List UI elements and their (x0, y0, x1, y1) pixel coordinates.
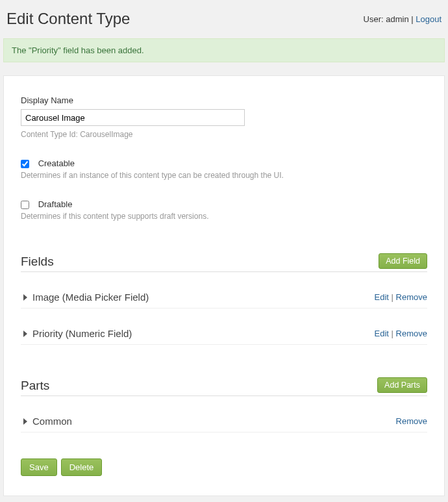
part-toggle[interactable]: Common (21, 416, 72, 427)
chevron-right-icon (23, 331, 27, 337)
footer-actions: Save Delete (21, 458, 427, 476)
fields-title: Fields (21, 255, 54, 269)
add-parts-button[interactable]: Add Parts (377, 377, 427, 393)
field-label: Image (Media Picker Field) (32, 292, 149, 303)
field-remove-link[interactable]: Remove (396, 329, 427, 338)
user-sep: | (409, 14, 416, 24)
action-sep: | (389, 292, 396, 302)
display-name-label: Display Name (21, 95, 427, 105)
chevron-right-icon (23, 294, 27, 301)
draftable-hint: Determines if this content type supports… (21, 212, 427, 221)
field-row: Image (Media Picker Field) Edit | Remove (21, 284, 427, 308)
creatable-row: Creatable Determines if an instance of t… (21, 158, 427, 180)
field-toggle[interactable]: Priority (Numeric Field) (21, 328, 132, 339)
parts-section: Parts Add Parts Common Remove (21, 377, 427, 433)
success-notice: The "Priority" field has been added. (3, 38, 445, 62)
chevron-right-icon (23, 418, 27, 425)
add-field-button[interactable]: Add Field (379, 253, 427, 269)
parts-title: Parts (21, 379, 49, 393)
user-name: admin (386, 14, 408, 24)
field-toggle[interactable]: Image (Media Picker Field) (21, 292, 149, 303)
creatable-hint: Determines if an instance of this conten… (21, 171, 427, 180)
delete-button[interactable]: Delete (61, 458, 103, 476)
field-edit-link[interactable]: Edit (375, 292, 389, 302)
creatable-label: Creatable (38, 158, 75, 168)
logout-link[interactable]: Logout (416, 14, 442, 24)
fields-section: Fields Add Field Image (Media Picker Fie… (21, 253, 427, 345)
part-label: Common (32, 416, 72, 427)
part-remove-link[interactable]: Remove (396, 416, 427, 426)
field-remove-link[interactable]: Remove (396, 292, 427, 302)
part-row: Common Remove (21, 408, 427, 433)
creatable-checkbox[interactable] (21, 160, 29, 168)
content-type-id-hint: Content Type Id: CarouselImage (21, 130, 427, 139)
user-prefix: User: (364, 14, 386, 24)
content-card: Display Name Content Type Id: CarouselIm… (3, 75, 445, 496)
save-button[interactable]: Save (21, 458, 57, 476)
page-title: Edit Content Type (6, 10, 130, 28)
action-sep: | (389, 329, 396, 338)
user-area: User: admin | Logout (364, 14, 442, 24)
draftable-checkbox[interactable] (21, 201, 29, 209)
field-edit-link[interactable]: Edit (375, 329, 389, 338)
display-name-input[interactable] (21, 109, 245, 126)
draftable-label: Draftable (38, 199, 73, 209)
draftable-row: Draftable Determines if this content typ… (21, 199, 427, 221)
field-row: Priority (Numeric Field) Edit | Remove (21, 320, 427, 345)
field-label: Priority (Numeric Field) (32, 328, 132, 339)
page-header: Edit Content Type User: admin | Logout (3, 3, 445, 38)
